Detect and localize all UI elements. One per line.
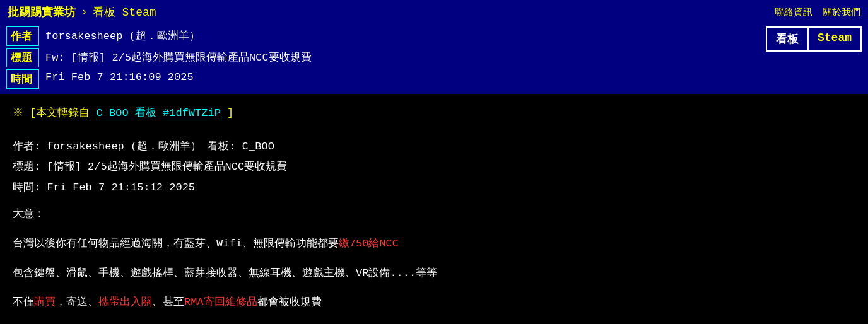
summary-label: 大意： (13, 205, 855, 224)
article-header: 作者 forsakesheep (超．歐洲羊） 標題 Fw: [情報] 2/5起… (0, 24, 868, 94)
top-navigation: 批踢踢實業坊 › 看板 Steam 聯絡資訊 關於我們 (0, 0, 868, 24)
line1-highlight: 繳750給NCC (339, 238, 399, 250)
nav-board-label: 看板 Steam (93, 4, 156, 20)
article-content: ※ [本文轉錄自 C_BOO 看板 #1dfWTZiP ] 作者: forsak… (0, 94, 868, 324)
time-label: 時間 (6, 69, 39, 89)
author-label: 作者 (6, 26, 39, 46)
meta-author-line: 作者: forsakesheep (超．歐洲羊） 看板: C_BOO (13, 137, 855, 157)
nav-separator: › (81, 6, 88, 18)
board-badge-name: Steam (809, 26, 862, 52)
line3-comma2: 、甚至 (152, 296, 184, 308)
line3-not: 不僅 (13, 296, 34, 308)
content-line-3: 不僅購買，寄送、攜帶出入關、甚至RMA寄回維修品都會被收規費 (13, 293, 855, 313)
nav-about[interactable]: 關於我們 (823, 6, 860, 18)
line3-rma: RMA寄回維修品 (184, 296, 257, 308)
nav-right: 聯絡資訊 關於我們 (775, 6, 860, 18)
site-title[interactable]: 批踢踢實業坊 (8, 4, 76, 20)
meta-title-line: 標題: [情報] 2/5起海外購買無限傳輸產品NCC要收規費 (13, 158, 855, 177)
line3-comma1: ，寄送、 (56, 296, 98, 308)
content-line-2: 包含鍵盤、滑鼠、手機、遊戲搖桿、藍芽接收器、無線耳機、遊戲主機、VR設備....… (13, 264, 855, 284)
meta-time-line: 時間: Fri Feb 7 21:15:12 2025 (13, 178, 855, 198)
board-badge: 看板 Steam (766, 26, 862, 52)
time-value: Fri Feb 7 21:16:09 2025 (39, 69, 862, 89)
title-label: 標題 (6, 48, 39, 67)
line3-end: 都會被收規費 (257, 296, 322, 308)
board-badge-label: 看板 (766, 26, 809, 52)
note-line: ※ [本文轉錄自 C_BOO 看板 #1dfWTZiP ] (13, 104, 855, 124)
note-board-link[interactable]: C_BOO 看板 #1dfWTZiP (97, 107, 221, 119)
nav-left: 批踢踢實業坊 › 看板 Steam (8, 4, 156, 20)
note-bracket-close: ] (221, 107, 233, 119)
nav-contact[interactable]: 聯絡資訊 (775, 6, 812, 18)
title-row: 標題 Fw: [情報] 2/5起海外購買無限傳輸產品NCC要收規費 (6, 48, 862, 67)
author-value: forsakesheep (超．歐洲羊） (39, 26, 862, 46)
time-row: 時間 Fri Feb 7 21:16:09 2025 (6, 69, 862, 89)
content-line-1: 台灣以後你有任何物品經過海關，有藍芽、Wifi、無限傳輸功能都要繳750給NCC (13, 234, 855, 254)
title-value: Fw: [情報] 2/5起海外購買無限傳輸產品NCC要收規費 (39, 48, 862, 67)
line3-carry: 攜帶出入關 (98, 296, 152, 308)
note-symbol: ※ [本文轉錄自 (13, 107, 97, 119)
line3-buy: 購買 (34, 296, 56, 308)
line1-text: 台灣以後你有任何物品經過海關，有藍芽、Wifi、無限傳輸功能都要 (13, 238, 339, 250)
author-row: 作者 forsakesheep (超．歐洲羊） (6, 26, 862, 46)
